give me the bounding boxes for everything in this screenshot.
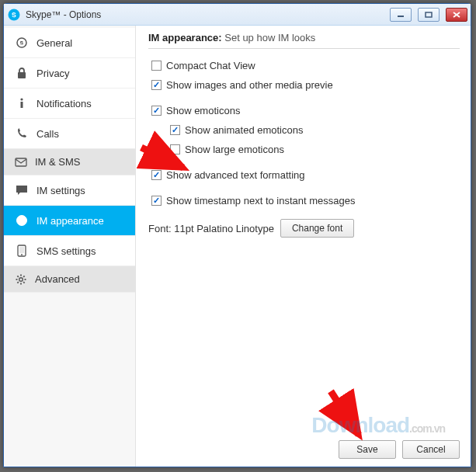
sidebar-item-label: IM settings bbox=[36, 185, 85, 196]
sidebar-item-smssettings[interactable]: SMS settings bbox=[4, 236, 135, 266]
svg-rect-1 bbox=[398, 16, 404, 17]
svg-point-3 bbox=[17, 38, 26, 47]
option-label: Show timestamp next to instant messages bbox=[166, 195, 356, 206]
svg-rect-2 bbox=[426, 12, 432, 17]
sidebar-item-imsettings[interactable]: IM settings bbox=[4, 175, 135, 206]
svg-line-22 bbox=[17, 282, 18, 283]
panel-heading: IM appearance: Set up how IM looks bbox=[148, 32, 460, 43]
font-row: Font: 11pt Palatino Linotype Change font bbox=[148, 219, 460, 238]
option-label: Show advanced text formatting bbox=[166, 169, 305, 181]
sidebar-item-label: Privacy bbox=[36, 68, 70, 79]
svg-point-9 bbox=[19, 219, 21, 220]
minimize-button[interactable] bbox=[390, 8, 412, 22]
svg-line-21 bbox=[23, 276, 24, 276]
checkbox-compact[interactable] bbox=[151, 61, 162, 71]
sidebar-item-imappearance[interactable]: IM appearance bbox=[4, 206, 135, 236]
option-label: Show images and other media previe bbox=[166, 79, 333, 91]
option-label: Show animated emoticons bbox=[185, 124, 303, 136]
svg-rect-4 bbox=[18, 72, 26, 78]
svg-point-14 bbox=[19, 277, 23, 281]
option-emoticons[interactable]: Show emoticons bbox=[148, 105, 460, 116]
sidebar-item-label: Notifications bbox=[36, 98, 92, 109]
option-compact[interactable]: Compact Chat View bbox=[148, 60, 460, 71]
option-label: Compact Chat View bbox=[166, 60, 255, 71]
svg-point-10 bbox=[23, 219, 25, 220]
option-label: Show large emoticons bbox=[185, 144, 284, 155]
option-advfmt[interactable]: Show advanced text formatting bbox=[148, 169, 460, 181]
options-window: Skype™ - Options General Privacy Notific… bbox=[3, 3, 471, 467]
sidebar-item-label: IM & SMS bbox=[35, 156, 81, 168]
svg-line-20 bbox=[23, 282, 24, 283]
titlebar[interactable]: Skype™ - Options bbox=[4, 4, 471, 26]
svg-rect-6 bbox=[21, 102, 23, 108]
sidebar-item-label: General bbox=[36, 37, 72, 49]
sidebar-item-label: Calls bbox=[36, 128, 59, 140]
svg-point-5 bbox=[20, 98, 23, 100]
sidebar-item-label: Advanced bbox=[35, 273, 80, 285]
sidebar-item-general[interactable]: General bbox=[4, 28, 135, 58]
svg-line-19 bbox=[17, 276, 18, 276]
envelope-icon bbox=[15, 155, 27, 169]
window-title: Skype™ - Options bbox=[26, 9, 101, 20]
svg-rect-7 bbox=[16, 158, 26, 166]
svg-point-8 bbox=[17, 216, 27, 226]
sidebar: General Privacy Notifications Calls IM &… bbox=[4, 26, 136, 467]
heading-rest: Set up how IM looks bbox=[222, 32, 316, 43]
sidebar-item-privacy[interactable]: Privacy bbox=[4, 58, 135, 88]
checkbox-animated[interactable] bbox=[170, 125, 180, 135]
font-label: Font: 11pt Palatino Linotype bbox=[148, 223, 274, 234]
heading-strong: IM appearance: bbox=[148, 32, 222, 43]
checkbox-emoticons[interactable] bbox=[151, 106, 162, 116]
maximize-button[interactable] bbox=[418, 8, 440, 22]
skype-icon bbox=[15, 36, 29, 50]
svg-rect-12 bbox=[19, 247, 24, 253]
sidebar-item-notifications[interactable]: Notifications bbox=[4, 88, 135, 119]
info-icon bbox=[15, 96, 29, 110]
svg-point-13 bbox=[21, 254, 23, 255]
phone-icon bbox=[15, 127, 29, 141]
sidebar-section-imsms[interactable]: IM & SMS bbox=[4, 149, 135, 175]
cancel-button[interactable]: Cancel bbox=[402, 440, 460, 459]
lock-icon bbox=[15, 66, 29, 80]
sidebar-item-calls[interactable]: Calls bbox=[4, 119, 135, 149]
sidebar-item-label: IM appearance bbox=[36, 215, 104, 227]
sidebar-section-advanced[interactable]: Advanced bbox=[4, 266, 135, 293]
option-timestamp[interactable]: Show timestamp next to instant messages bbox=[148, 195, 460, 206]
checkbox-large[interactable] bbox=[170, 144, 180, 154]
sidebar-item-label: SMS settings bbox=[36, 245, 96, 257]
option-label: Show emoticons bbox=[166, 105, 240, 116]
mobile-icon bbox=[15, 244, 29, 258]
option-large[interactable]: Show large emoticons bbox=[148, 144, 460, 155]
smiley-icon bbox=[15, 213, 29, 227]
option-animated[interactable]: Show animated emoticons bbox=[148, 124, 460, 136]
option-images[interactable]: Show images and other media previe bbox=[148, 79, 460, 91]
window-body: General Privacy Notifications Calls IM &… bbox=[4, 26, 471, 467]
footer: Save Cancel bbox=[339, 440, 460, 459]
speech-bubble-icon bbox=[15, 183, 29, 197]
divider bbox=[148, 48, 460, 49]
checkbox-images[interactable] bbox=[151, 80, 162, 90]
checkbox-timestamp[interactable] bbox=[151, 196, 162, 206]
checkbox-advfmt[interactable] bbox=[151, 170, 162, 180]
skype-logo-icon bbox=[7, 8, 21, 22]
content-panel: IM appearance: Set up how IM looks Compa… bbox=[136, 26, 471, 467]
save-button[interactable]: Save bbox=[339, 440, 396, 459]
gear-icon bbox=[15, 272, 27, 286]
close-button[interactable] bbox=[446, 8, 467, 22]
change-font-button[interactable]: Change font bbox=[280, 219, 354, 238]
